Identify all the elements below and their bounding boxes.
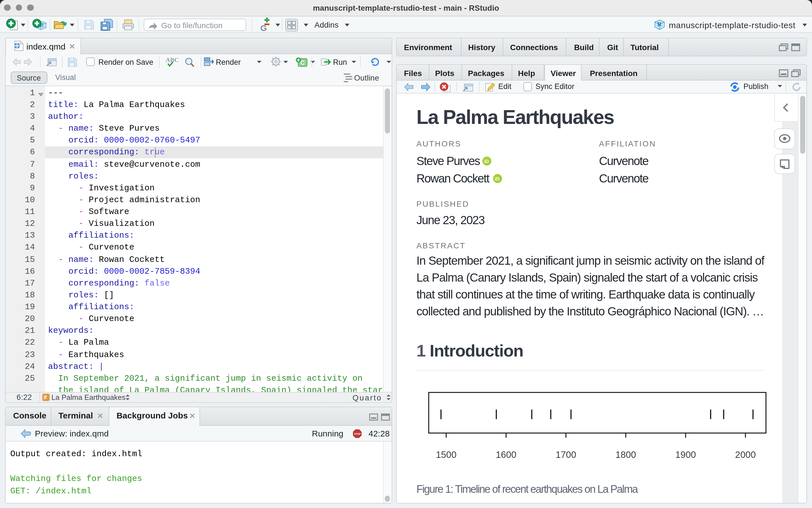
svg-text:G: G bbox=[260, 23, 267, 32]
svg-text:iD: iD bbox=[495, 176, 499, 182]
svg-text:R: R bbox=[657, 20, 662, 27]
svg-text:iD: iD bbox=[484, 159, 489, 164]
svg-text:2000: 2000 bbox=[735, 450, 756, 460]
svg-text:1600: 1600 bbox=[496, 450, 517, 460]
svg-text:STOP: STOP bbox=[354, 433, 361, 436]
svg-text:1700: 1700 bbox=[556, 450, 576, 460]
svg-text:1900: 1900 bbox=[675, 450, 696, 460]
svg-text:1500: 1500 bbox=[436, 450, 456, 460]
svg-text:C: C bbox=[300, 59, 305, 66]
svg-text:1800: 1800 bbox=[616, 450, 636, 460]
